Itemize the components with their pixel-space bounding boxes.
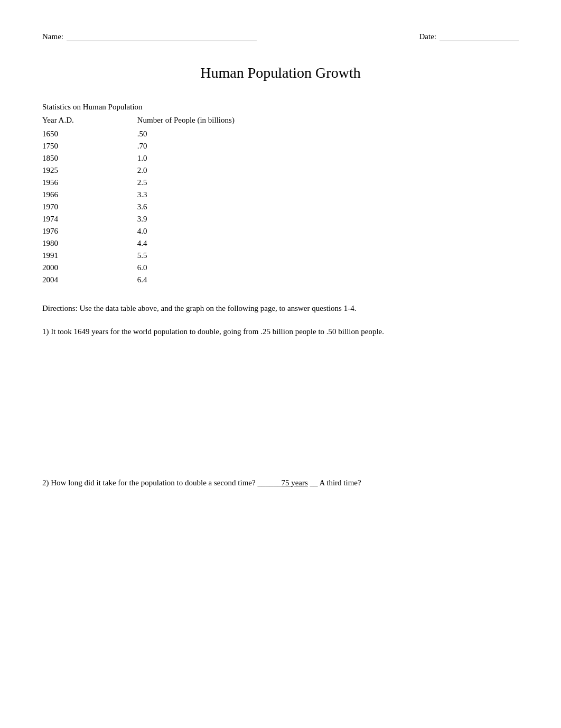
table-cell-population: 6.0 bbox=[137, 262, 298, 274]
table-cell-year: 1925 bbox=[42, 164, 137, 177]
col-header-population: Number of People (in billions) bbox=[137, 115, 298, 128]
question-1-number: 1) bbox=[42, 327, 49, 336]
table-row: 19743.9 bbox=[42, 213, 298, 225]
question-1: 1) It took 1649 years for the world popu… bbox=[42, 325, 519, 339]
table-cell-year: 1650 bbox=[42, 128, 137, 140]
title-section: Human Population Growth bbox=[42, 64, 519, 81]
question-2-answer: 75 years bbox=[281, 478, 307, 487]
directions-section: Directions: Use the data table above, an… bbox=[42, 302, 519, 315]
table-row: 19703.6 bbox=[42, 201, 298, 213]
table-row: 18501.0 bbox=[42, 152, 298, 164]
directions-text: Directions: Use the data table above, an… bbox=[42, 302, 519, 315]
question-2-text-after: A third time? bbox=[320, 478, 361, 487]
table-header-row: Year A.D. Number of People (in billions) bbox=[42, 115, 298, 128]
table-row: 19764.0 bbox=[42, 225, 298, 237]
table-caption: Statistics on Human Population bbox=[42, 103, 519, 112]
page: Name: Date: Human Population Growth Stat… bbox=[0, 0, 561, 728]
name-input-line[interactable] bbox=[67, 32, 257, 41]
table-cell-year: 1974 bbox=[42, 213, 137, 225]
table-cell-population: 3.6 bbox=[137, 201, 298, 213]
question-2: 2) How long did it take for the populati… bbox=[42, 476, 519, 490]
table-cell-population: 3.9 bbox=[137, 213, 298, 225]
table-row: 1650.50 bbox=[42, 128, 298, 140]
table-cell-year: 1976 bbox=[42, 225, 137, 237]
table-cell-population: .50 bbox=[137, 128, 298, 140]
table-cell-year: 1850 bbox=[42, 152, 137, 164]
table-cell-year: 1991 bbox=[42, 250, 137, 262]
table-row: 1750.70 bbox=[42, 140, 298, 152]
date-input-line[interactable] bbox=[440, 32, 519, 41]
question-2-text-before: How long did it take for the population … bbox=[51, 478, 255, 487]
table-section: Statistics on Human Population Year A.D.… bbox=[42, 103, 519, 286]
question-1-body: It took 1649 years for the world populat… bbox=[51, 327, 384, 336]
table-cell-year: 1750 bbox=[42, 140, 137, 152]
question-2-number: 2) bbox=[42, 478, 49, 487]
date-label: Date: bbox=[419, 32, 436, 41]
table-row: 19804.4 bbox=[42, 237, 298, 250]
table-row: 19663.3 bbox=[42, 189, 298, 201]
table-cell-population: 1.0 bbox=[137, 152, 298, 164]
question-2-blank: ______ bbox=[257, 478, 281, 487]
question-2-separator: __ bbox=[310, 478, 320, 487]
table-cell-year: 1966 bbox=[42, 189, 137, 201]
table-cell-population: 2.5 bbox=[137, 177, 298, 189]
table-cell-year: 2000 bbox=[42, 262, 137, 274]
table-cell-year: 1980 bbox=[42, 237, 137, 250]
name-label: Name: bbox=[42, 32, 63, 41]
question-2-section: 2) How long did it take for the populati… bbox=[42, 476, 519, 490]
col-header-year: Year A.D. bbox=[42, 115, 137, 128]
table-row: 19562.5 bbox=[42, 177, 298, 189]
table-cell-year: 1956 bbox=[42, 177, 137, 189]
name-field: Name: bbox=[42, 32, 257, 41]
table-row: 19252.0 bbox=[42, 164, 298, 177]
question-1-section: 1) It took 1649 years for the world popu… bbox=[42, 325, 519, 339]
table-cell-population: 4.4 bbox=[137, 237, 298, 250]
table-row: 20046.4 bbox=[42, 274, 298, 286]
table-cell-population: 3.3 bbox=[137, 189, 298, 201]
table-row: 19915.5 bbox=[42, 250, 298, 262]
population-table: Year A.D. Number of People (in billions)… bbox=[42, 115, 298, 286]
table-cell-population: 2.0 bbox=[137, 164, 298, 177]
table-row: 20006.0 bbox=[42, 262, 298, 274]
date-field: Date: bbox=[419, 32, 519, 41]
page-title: Human Population Growth bbox=[42, 64, 519, 81]
table-cell-population: .70 bbox=[137, 140, 298, 152]
table-cell-population: 4.0 bbox=[137, 225, 298, 237]
table-cell-population: 6.4 bbox=[137, 274, 298, 286]
table-cell-year: 1970 bbox=[42, 201, 137, 213]
table-cell-population: 5.5 bbox=[137, 250, 298, 262]
header-row: Name: Date: bbox=[42, 32, 519, 43]
table-cell-year: 2004 bbox=[42, 274, 137, 286]
